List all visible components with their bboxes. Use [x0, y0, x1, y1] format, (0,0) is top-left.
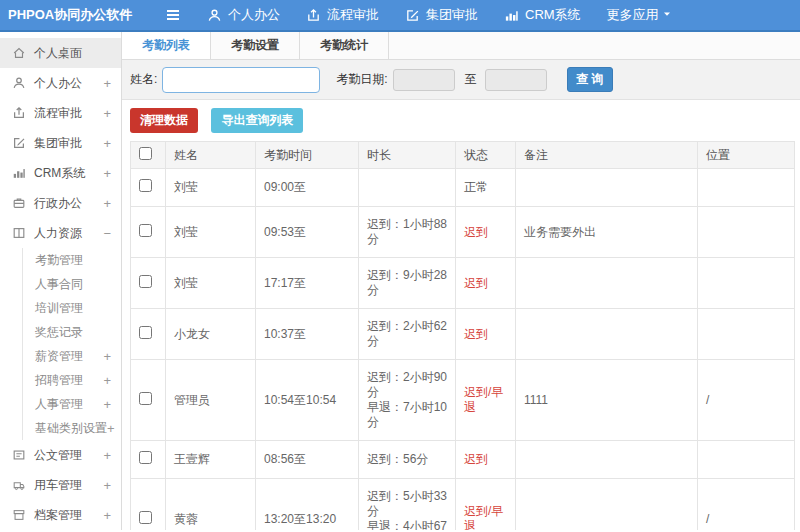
chart-icon: [12, 166, 26, 180]
row-checkbox[interactable]: [139, 179, 152, 192]
sidebar-item[interactable]: 个人办公+: [0, 68, 121, 98]
name-cell[interactable]: 刘莹: [166, 258, 256, 309]
sidebar-subitem-label: 奖惩记录: [35, 324, 111, 341]
sidebar-item[interactable]: CRM系统+: [0, 158, 121, 188]
row-checkbox[interactable]: [139, 224, 152, 237]
name-cell[interactable]: 黄蓉: [166, 479, 256, 531]
select-all-checkbox[interactable]: [139, 147, 152, 160]
expand-sign: +: [103, 448, 111, 463]
sidebar-subitem[interactable]: 人事管理+: [23, 392, 121, 416]
tab-item[interactable]: 考勤设置: [211, 32, 300, 59]
location-cell: [698, 309, 795, 360]
sidebar-item-label: CRM系统: [34, 165, 103, 182]
briefcase-icon: [12, 196, 26, 210]
name-cell[interactable]: 王壹辉: [166, 441, 256, 479]
topnav-item[interactable]: 集团审批: [405, 6, 478, 24]
car-icon: [12, 478, 26, 492]
sidebar-item[interactable]: 个人桌面: [0, 38, 121, 68]
column-header: 时长: [359, 142, 456, 169]
date-from-input[interactable]: [393, 69, 455, 91]
topnav-item[interactable]: 个人办公: [207, 6, 280, 24]
name-cell[interactable]: 刘莹: [166, 169, 256, 207]
sidebar-item-label: 集团审批: [34, 135, 103, 152]
sidebar-item[interactable]: 行政办公+: [0, 188, 121, 218]
name-filter-input[interactable]: [162, 67, 320, 93]
tab-item[interactable]: 考勤统计: [300, 32, 389, 59]
sidebar-item[interactable]: 用车管理+: [0, 470, 121, 500]
row-checkbox-cell: [131, 360, 166, 441]
filter-bar: 姓名: 考勤日期: 至 查 询: [122, 60, 800, 100]
location-cell: /: [698, 479, 795, 531]
duration-cell: 迟到：2小时62分: [359, 309, 456, 360]
sidebar-item[interactable]: 档案管理+: [0, 500, 121, 530]
hamburger-icon[interactable]: [165, 7, 185, 23]
duration-cell: [359, 169, 456, 207]
expand-sign: +: [107, 421, 115, 436]
row-checkbox[interactable]: [139, 326, 152, 339]
row-checkbox[interactable]: [139, 392, 152, 405]
note-cell: [516, 441, 698, 479]
expand-sign: +: [103, 106, 111, 121]
sidebar-item[interactable]: 集团审批+: [0, 128, 121, 158]
sidebar-item[interactable]: 人力资源−: [0, 218, 121, 248]
table-row: 刘莹17:17至迟到：9小时28分迟到: [131, 258, 795, 309]
app-logo: PHPOA协同办公软件: [0, 6, 165, 24]
name-cell[interactable]: 小龙女: [166, 309, 256, 360]
duration-cell: 迟到：56分: [359, 441, 456, 479]
sidebar-subitem[interactable]: 招聘管理+: [23, 368, 121, 392]
name-cell[interactable]: 刘莹: [166, 207, 256, 258]
sidebar-subitem-label: 薪资管理: [35, 348, 103, 365]
note-cell: [516, 479, 698, 531]
sidebar-item-label: 用车管理: [34, 477, 103, 494]
sidebar-subitem[interactable]: 薪资管理+: [23, 344, 121, 368]
table-row: 小龙女10:37至迟到：2小时62分迟到: [131, 309, 795, 360]
attendance-table: 姓名考勤时间时长状态备注位置 刘莹09:00至正常刘莹09:53至迟到：1小时8…: [130, 141, 795, 530]
search-button[interactable]: 查 询: [567, 67, 613, 92]
row-checkbox[interactable]: [139, 275, 152, 288]
sidebar-subitem[interactable]: 考勤管理: [23, 248, 121, 272]
expand-sign: +: [103, 349, 111, 364]
location-cell: [698, 441, 795, 479]
table-row: 黄蓉13:20至13:20迟到：5小时33分 早退：4小时67分迟到/早退/: [131, 479, 795, 531]
date-to-input[interactable]: [485, 69, 547, 91]
sidebar-subitem-label: 考勤管理: [35, 252, 111, 269]
sidebar-subitem[interactable]: 基础类别设置+: [23, 416, 121, 440]
row-checkbox[interactable]: [139, 451, 152, 464]
duration-cell: 迟到：5小时33分 早退：4小时67分: [359, 479, 456, 531]
row-checkbox-cell: [131, 479, 166, 531]
topnav-item[interactable]: 更多应用: [607, 6, 680, 24]
caret-down-icon: [659, 8, 674, 23]
table-row: 王壹辉08:56至迟到：56分迟到: [131, 441, 795, 479]
name-cell[interactable]: 管理员: [166, 360, 256, 441]
row-checkbox[interactable]: [139, 511, 152, 524]
tab-active[interactable]: 考勤列表: [122, 32, 211, 59]
sidebar-item-label: 流程审批: [34, 105, 103, 122]
date-filter-label: 考勤日期:: [336, 71, 387, 88]
edit-icon: [405, 8, 420, 23]
doc-icon: [12, 448, 26, 462]
topnav-item-label: 更多应用: [607, 6, 659, 24]
table-header-row: 姓名考勤时间时长状态备注位置: [131, 142, 795, 169]
sidebar-subitem-label: 基础类别设置: [35, 420, 107, 437]
sidebar-subitem[interactable]: 培训管理: [23, 296, 121, 320]
clean-data-button[interactable]: 清理数据: [130, 108, 198, 133]
column-header: 姓名: [166, 142, 256, 169]
sidebar-subitem-label: 招聘管理: [35, 372, 103, 389]
topnav-item[interactable]: 流程审批: [306, 6, 379, 24]
row-checkbox-cell: [131, 309, 166, 360]
sidebar-item[interactable]: 流程审批+: [0, 98, 121, 128]
topnav-item[interactable]: CRM系统: [504, 6, 581, 24]
sidebar-item[interactable]: 公文管理+: [0, 440, 121, 470]
edit-icon: [12, 136, 26, 150]
table-container: 姓名考勤时间时长状态备注位置 刘莹09:00至正常刘莹09:53至迟到：1小时8…: [122, 141, 800, 530]
sidebar-subitem[interactable]: 奖惩记录: [23, 320, 121, 344]
column-header: 状态: [456, 142, 516, 169]
sidebar-item-label: 公文管理: [34, 447, 103, 464]
expand-sign: +: [103, 196, 111, 211]
time-cell: 08:56至: [256, 441, 359, 479]
export-list-button[interactable]: 导出查询列表: [211, 108, 303, 133]
book-icon: [12, 226, 26, 240]
location-cell: /: [698, 360, 795, 441]
sidebar-subitem[interactable]: 人事合同: [23, 272, 121, 296]
expand-sign: −: [103, 226, 111, 241]
